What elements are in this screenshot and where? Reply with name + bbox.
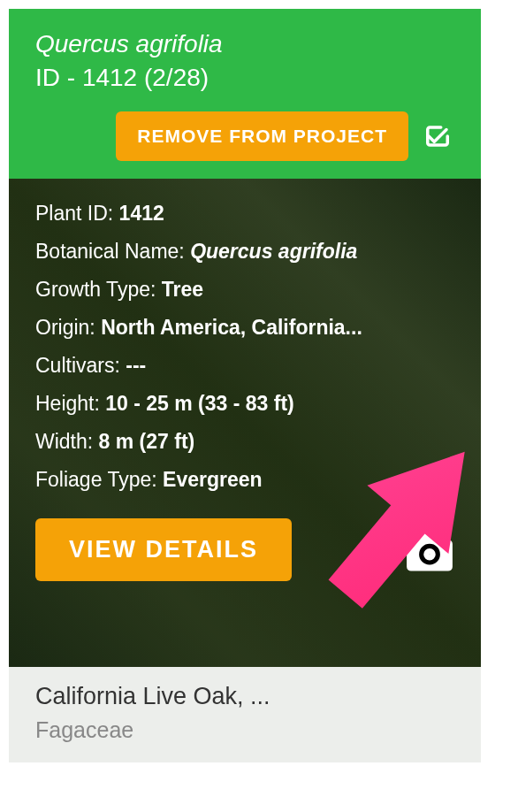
header-actions: REMOVE FROM PROJECT: [35, 111, 454, 161]
plant-id-label: Plant ID:: [35, 202, 119, 225]
width-row: Width: 8 m (27 ft): [35, 430, 454, 454]
width-label: Width:: [35, 430, 99, 453]
plant-id-value: 1412: [119, 202, 164, 225]
camera-icon[interactable]: [405, 529, 454, 571]
growth-type-row: Growth Type: Tree: [35, 278, 454, 302]
height-row: Height: 10 - 25 m (33 - 83 ft): [35, 392, 454, 416]
botanical-name-row: Botanical Name: Quercus agrifolia: [35, 240, 454, 264]
foliage-type-label: Foliage Type:: [35, 468, 163, 491]
origin-value: North America, California...: [101, 316, 362, 339]
plant-card: Quercus agrifolia ID - 1412 (2/28) REMOV…: [9, 9, 481, 762]
card-body: Plant ID: 1412 Botanical Name: Quercus a…: [9, 179, 481, 667]
card-header: Quercus agrifolia ID - 1412 (2/28) REMOV…: [9, 9, 481, 179]
view-details-button[interactable]: VIEW DETAILS: [35, 518, 292, 581]
origin-label: Origin:: [35, 316, 101, 339]
svg-point-1: [427, 551, 432, 556]
growth-type-label: Growth Type:: [35, 278, 162, 301]
cultivars-row: Cultivars: ---: [35, 354, 454, 378]
plant-id-row: Plant ID: 1412: [35, 202, 454, 226]
foliage-type-row: Foliage Type: Evergreen: [35, 468, 454, 492]
bottom-actions: VIEW DETAILS: [35, 518, 454, 581]
botanical-name-label: Botanical Name:: [35, 240, 190, 263]
cultivars-label: Cultivars:: [35, 354, 126, 377]
remove-from-project-button[interactable]: REMOVE FROM PROJECT: [116, 111, 408, 161]
growth-type-value: Tree: [162, 278, 203, 301]
botanical-name-value: Quercus agrifolia: [190, 240, 357, 263]
id-line: ID - 1412 (2/28): [35, 64, 454, 92]
card-footer: California Live Oak, ... Fagaceae: [9, 667, 481, 762]
origin-row: Origin: North America, California...: [35, 316, 454, 340]
foliage-type-value: Evergreen: [163, 468, 263, 491]
height-value: 10 - 25 m (33 - 83 ft): [105, 392, 293, 415]
height-label: Height:: [35, 392, 105, 415]
family-name: Fagaceae: [35, 717, 454, 743]
species-name: Quercus agrifolia: [35, 30, 454, 58]
cultivars-value: ---: [126, 354, 146, 377]
common-name: California Live Oak, ...: [35, 683, 454, 710]
width-value: 8 m (27 ft): [99, 430, 195, 453]
checkbox-checked-icon[interactable]: [424, 123, 451, 149]
